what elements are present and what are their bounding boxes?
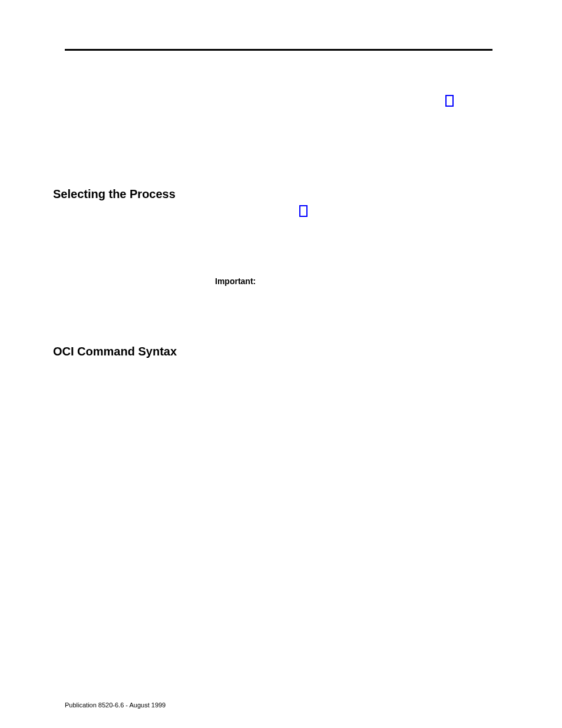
- document-page: 2-4 Chapter 2 OCI Basics If the host is …: [0, 0, 562, 728]
- paragraph: The PS command selects an OCI command pr…: [197, 192, 492, 229]
- page-number: 2-4: [65, 32, 76, 41]
- paragraph: This section covers the basic syntax of …: [197, 349, 492, 386]
- where-definition: where: COMMAND_NAME is the OCI command. …: [197, 434, 492, 552]
- intro-content: If the host is connected to port A, the …: [197, 70, 492, 165]
- chapter-title: Chapter 2 OCI Basics: [197, 32, 272, 41]
- important-label: Important:: [215, 276, 256, 286]
- syntax-example: COMMAND_NAME (ARGUMENT(S)) DATA_FIELD(S)…: [197, 397, 492, 421]
- selecting-content: The PS command selects an OCI command pr…: [197, 192, 492, 311]
- where-label: where:: [197, 434, 492, 447]
- important-note: Important: It is not possible to select …: [215, 275, 492, 300]
- where-item: ARGUMENT(S) are additional parameters th…: [208, 477, 492, 552]
- paragraph: If the host is connected to port A, the …: [197, 70, 492, 119]
- oci-syntax-content: This section covers the basic syntax of …: [197, 349, 492, 558]
- paragraph: After the correct process is active, ent…: [197, 130, 492, 154]
- section-heading-selecting-process: Selecting the Process: [53, 187, 176, 201]
- page-ref-icon[interactable]: [299, 205, 308, 217]
- publication-footer: Publication 8520-6.6 - August 1999: [65, 701, 166, 709]
- paragraph: When a process has been selected, its pr…: [197, 240, 492, 265]
- where-item: COMMAND_NAME is the OCI command. OCI com…: [208, 447, 492, 472]
- header-divider: [65, 49, 492, 51]
- page-ref-icon[interactable]: [445, 95, 454, 107]
- section-heading-oci-syntax: OCI Command Syntax: [53, 345, 177, 358]
